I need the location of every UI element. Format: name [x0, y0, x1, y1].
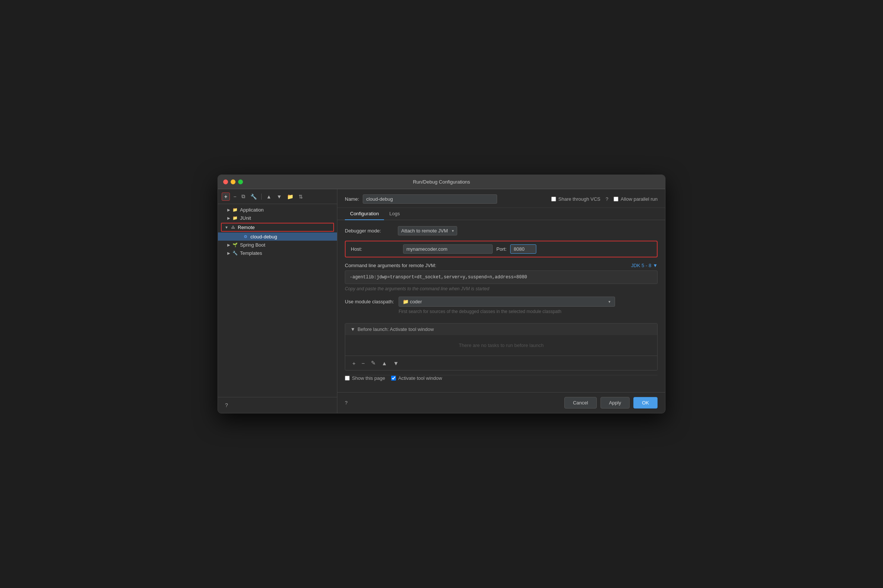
- main-panel: Name: Share through VCS ? Allow parallel…: [337, 189, 665, 413]
- cmd-hint: Copy and paste the arguments to the comm…: [345, 286, 658, 291]
- new-folder-button[interactable]: 📁: [285, 192, 295, 201]
- show-page-row: Show this page Activate tool window: [345, 375, 658, 381]
- share-section: Share through VCS ? Allow parallel run: [551, 196, 658, 202]
- before-launch-toolbar: + − ✎ ▲ ▼: [345, 356, 657, 370]
- before-launch-empty-text: There are no tasks to run before launch: [459, 342, 544, 348]
- before-launch-header: ▼ Before launch: Activate tool window: [345, 324, 657, 335]
- module-classpath-label: Use module classpath:: [345, 299, 394, 304]
- port-input[interactable]: [510, 244, 536, 254]
- show-this-page-label[interactable]: Show this page: [345, 375, 385, 381]
- maximize-button[interactable]: [238, 180, 243, 184]
- help-button[interactable]: ?: [223, 401, 230, 409]
- add-configuration-button[interactable]: +: [222, 192, 230, 201]
- sidebar-item-label-remote: Remote: [238, 225, 255, 230]
- remote-icon: 🖧: [230, 224, 236, 230]
- show-this-page-text: Show this page: [352, 375, 385, 381]
- footer: ? Cancel Apply OK: [337, 392, 665, 413]
- cancel-button[interactable]: Cancel: [564, 397, 596, 408]
- jdk-link[interactable]: JDK 5 - 8 ▼: [631, 262, 658, 268]
- footer-buttons: Cancel Apply OK: [564, 397, 658, 408]
- host-label: Host:: [351, 246, 399, 252]
- before-launch-expand-icon: ▼: [350, 327, 355, 332]
- before-launch-label: Before launch: Activate tool window: [357, 327, 434, 332]
- host-port-row: Host: Port:: [345, 241, 658, 257]
- sidebar-toolbar: + − ⧉ 🔧 ▲ ▼ 📁 ⇅: [218, 189, 337, 204]
- run-debug-configurations-window: Run/Debug Configurations + − ⧉ 🔧 ▲ ▼ 📁 ⇅…: [218, 175, 665, 413]
- tabs: Configuration Logs: [337, 208, 665, 220]
- sidebar-item-label-application: Application: [240, 207, 264, 213]
- cmd-value: -agentlib:jdwp=transport=dt_socket,serve…: [345, 270, 658, 284]
- share-through-vcs-label[interactable]: Share through VCS: [551, 196, 601, 202]
- junit-icon: 📁: [232, 215, 238, 221]
- apply-button[interactable]: Apply: [601, 397, 630, 408]
- sidebar-item-application[interactable]: ▶ 📁 Application: [218, 206, 337, 214]
- module-classpath-row: Use module classpath: 📁 coder: [345, 297, 658, 307]
- remove-configuration-button[interactable]: −: [231, 192, 238, 201]
- expand-arrow-application: ▶: [226, 207, 231, 212]
- before-launch-down-button[interactable]: ▼: [391, 359, 401, 367]
- tab-logs[interactable]: Logs: [384, 208, 405, 220]
- show-this-page-checkbox[interactable]: [345, 376, 350, 381]
- separator: [261, 194, 261, 200]
- copy-configuration-button[interactable]: ⧉: [240, 192, 247, 201]
- activate-tool-window-label[interactable]: Activate tool window: [391, 375, 442, 381]
- configuration-tree: ▶ 📁 Application ▶ 📁 JUnit ▼ 🖧 Remote: [218, 204, 337, 397]
- move-down-button[interactable]: ▼: [275, 192, 284, 201]
- host-input[interactable]: [403, 244, 493, 254]
- sidebar-item-label-cloud-debug: cloud-debug: [251, 234, 277, 240]
- before-launch-add-button[interactable]: +: [350, 359, 357, 367]
- name-input[interactable]: [363, 194, 497, 204]
- sidebar-item-label-templates: Templates: [240, 250, 262, 256]
- allow-parallel-text: Allow parallel run: [621, 196, 658, 202]
- expand-arrow-spring-boot: ▶: [226, 242, 231, 248]
- sort-button[interactable]: ⇅: [297, 192, 305, 201]
- before-launch-body: There are no tasks to run before launch: [345, 335, 657, 356]
- sidebar-item-label-spring-boot: Spring Boot: [240, 242, 265, 248]
- sidebar-item-remote[interactable]: ▼ 🖧 Remote: [221, 223, 334, 232]
- debugger-mode-row: Debugger mode: Attach to remote JVM: [345, 226, 658, 236]
- name-row: Name: Share through VCS ? Allow parallel…: [337, 189, 665, 208]
- close-button[interactable]: [223, 180, 228, 184]
- before-launch-section: ▼ Before launch: Activate tool window Th…: [345, 323, 658, 370]
- sidebar-item-cloud-debug[interactable]: ▶ ⚙ cloud-debug: [218, 232, 337, 241]
- share-through-vcs-text: Share through VCS: [558, 196, 601, 202]
- window-title: Run/Debug Configurations: [413, 179, 470, 184]
- move-up-button[interactable]: ▲: [264, 192, 273, 201]
- module-select-wrapper: 📁 coder: [399, 297, 615, 307]
- chevron-down-icon: ▼: [653, 262, 658, 268]
- allow-parallel-label[interactable]: Allow parallel run: [614, 196, 658, 202]
- title-bar: Run/Debug Configurations: [218, 175, 665, 189]
- allow-parallel-checkbox[interactable]: [614, 196, 619, 201]
- traffic-lights: [223, 180, 243, 184]
- debugger-mode-select[interactable]: Attach to remote JVM: [398, 226, 457, 236]
- expand-arrow-remote: ▼: [224, 225, 229, 230]
- cmd-header: Command line arguments for remote JVM: J…: [345, 262, 658, 268]
- tab-configuration[interactable]: Configuration: [345, 208, 384, 220]
- ok-button[interactable]: OK: [633, 397, 658, 408]
- module-hint: First search for sources of the debugged…: [399, 309, 658, 314]
- cmd-section: Command line arguments for remote JVM: J…: [345, 262, 658, 291]
- expand-arrow-templates: ▶: [226, 250, 231, 256]
- port-label: Port:: [496, 246, 506, 252]
- settings-button[interactable]: 🔧: [249, 192, 258, 201]
- cloud-debug-icon: ⚙: [243, 234, 249, 240]
- before-launch-remove-button[interactable]: −: [360, 359, 367, 367]
- form-area: Debugger mode: Attach to remote JVM Host…: [337, 220, 665, 392]
- debugger-mode-select-wrapper: Attach to remote JVM: [398, 226, 457, 236]
- minimize-button[interactable]: [231, 180, 236, 184]
- share-help-icon[interactable]: ?: [606, 196, 608, 202]
- templates-icon: 🔧: [232, 250, 238, 256]
- debugger-mode-label: Debugger mode:: [345, 228, 393, 234]
- application-icon: 📁: [232, 207, 238, 213]
- cmd-label: Command line arguments for remote JVM:: [345, 262, 436, 268]
- share-through-vcs-checkbox[interactable]: [551, 196, 556, 201]
- help-icon-footer[interactable]: ?: [345, 400, 347, 405]
- name-label: Name:: [345, 196, 359, 202]
- sidebar-item-junit[interactable]: ▶ 📁 JUnit: [218, 214, 337, 222]
- module-select[interactable]: 📁 coder: [399, 297, 615, 307]
- sidebar-item-templates[interactable]: ▶ 🔧 Templates: [218, 249, 337, 257]
- activate-tool-window-checkbox[interactable]: [391, 376, 396, 381]
- before-launch-up-button[interactable]: ▲: [380, 359, 389, 367]
- before-launch-edit-button[interactable]: ✎: [369, 359, 378, 367]
- sidebar-item-spring-boot[interactable]: ▶ 🌱 Spring Boot: [218, 241, 337, 249]
